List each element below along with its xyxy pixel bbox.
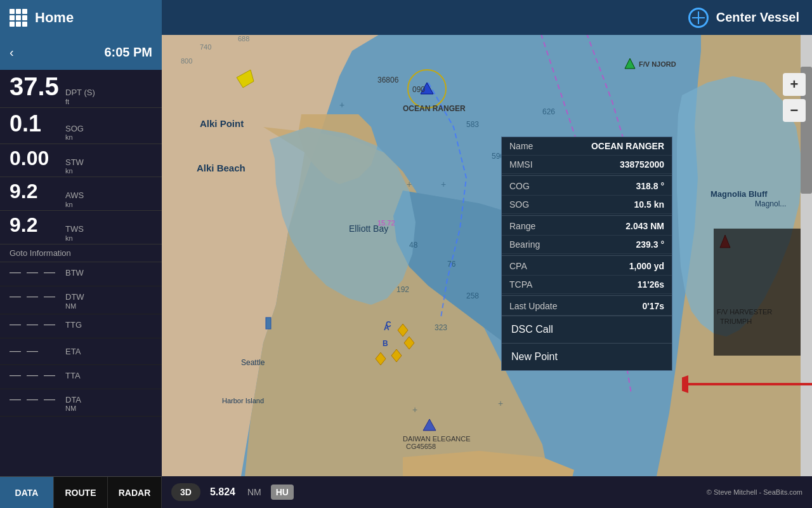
svg-text:OCEAN RANGER: OCEAN RANGER — [403, 104, 466, 113]
sidebar-header: ‹ 6:05 PM — [0, 35, 162, 70]
svg-text:CG45658: CG45658 — [406, 443, 436, 450]
zoom-out-button[interactable]: − — [783, 99, 806, 122]
popup-bearing-label: Bearing — [509, 239, 540, 250]
dpt-label: DPT (S) ft — [65, 88, 95, 106]
popup-divider-4 — [502, 295, 672, 296]
zoom-controls: + − — [783, 73, 806, 122]
map-area[interactable]: 583 596 626 560 596 48 76 258 323 192 Al… — [162, 0, 812, 508]
btw-row: — — — BTW — [0, 262, 162, 286]
target-icon — [688, 8, 709, 28]
tab-radar[interactable]: RADAR — [108, 477, 162, 508]
tab-data[interactable]: DATA — [0, 477, 54, 508]
popup-name-row: Name OCEAN RANGER — [502, 137, 672, 156]
sidebar: ‹ 6:05 PM 37.5 DPT (S) ft 0.1 SOG kn 0.0… — [0, 0, 162, 508]
dsc-call-button[interactable]: DSC Call — [502, 316, 672, 343]
svg-text:DAIWAN ELEGANCE: DAIWAN ELEGANCE — [403, 435, 471, 443]
popup-bearing-value: 239.3 ° — [636, 239, 664, 250]
dtw-row: — — — DTWNM — [0, 286, 162, 314]
popup-tcpa-label: TCPA — [509, 279, 532, 290]
tab-route[interactable]: ROUTE — [54, 477, 108, 508]
tws-row: 9.2 TWS kn — [0, 211, 162, 244]
popup-range-label: Range — [509, 221, 535, 231]
center-vessel-label: Center Vessel — [716, 10, 799, 25]
hu-badge: HU — [271, 485, 294, 500]
svg-text:15.72: 15.72 — [377, 219, 395, 227]
svg-text:192: 192 — [396, 285, 409, 294]
svg-text:740: 740 — [200, 43, 211, 51]
back-arrow[interactable]: ‹ — [10, 45, 14, 60]
tta-label: TTA — [65, 371, 81, 381]
popup-divider-1 — [502, 175, 672, 176]
aws-label: AWS kn — [65, 190, 84, 209]
scale-value: 5.824 — [210, 486, 235, 498]
dta-label: DTANM — [65, 395, 81, 413]
dtw-dashes: — — — — [10, 290, 60, 303]
stw-value: 0.00 — [10, 147, 60, 170]
svg-text:+: + — [498, 398, 503, 408]
svg-text:+: + — [339, 100, 344, 110]
svg-text:Alki Point: Alki Point — [200, 118, 244, 129]
new-point-button[interactable]: New Point — [502, 343, 672, 370]
popup-name-label: Name — [509, 141, 533, 151]
tta-dashes: — — — — [10, 368, 60, 382]
aws-row: 9.2 AWS kn — [0, 177, 162, 211]
popup-bearing-row: Bearing 239.3 ° — [502, 236, 672, 254]
stw-label: STW kn — [65, 157, 84, 176]
sidebar-time: 6:05 PM — [104, 45, 152, 60]
ttg-dashes: — — — — [10, 318, 60, 331]
bottom-bar: 3D 5.824 NM HU © Steve Mitchell - SeaBit… — [162, 476, 812, 508]
btw-label: BTW — [65, 268, 84, 278]
tws-value: 9.2 — [10, 213, 60, 237]
top-bar: Home Center Vessel — [0, 0, 812, 35]
svg-text:323: 323 — [435, 323, 447, 332]
popup-cpa-value: 1,000 yd — [629, 261, 664, 271]
goto-info: Goto Information — [0, 244, 162, 262]
svg-text:+: + — [407, 179, 412, 189]
center-vessel-button[interactable]: Center Vessel — [162, 0, 812, 35]
dta-dashes: — — — — [10, 392, 60, 406]
svg-text:Magnolia Bluff: Magnolia Bluff — [710, 189, 768, 199]
dtw-label: DTWNM — [65, 292, 84, 311]
popup-mmsi-label: MMSI — [509, 159, 533, 170]
grid-icon — [10, 9, 27, 27]
home-title: Home — [35, 10, 74, 26]
svg-text:626: 626 — [542, 107, 555, 116]
svg-text:+: + — [412, 404, 417, 415]
svg-text:Seattle: Seattle — [241, 358, 265, 367]
view-3d-button[interactable]: 3D — [171, 483, 200, 501]
svg-text:F/V NJORD: F/V NJORD — [639, 60, 676, 68]
ttg-label: TTG — [65, 320, 82, 330]
svg-text:Alki Beach: Alki Beach — [197, 163, 246, 173]
home-section[interactable]: Home — [0, 0, 162, 35]
svg-rect-41 — [714, 229, 812, 356]
zoom-in-button[interactable]: + — [783, 73, 806, 96]
copyright-text: © Steve Mitchell - SeaBits.com — [707, 488, 802, 496]
popup-cpa-label: CPA — [509, 261, 527, 271]
tws-label: TWS kn — [65, 224, 84, 243]
popup-divider-3 — [502, 255, 672, 256]
stw-row: 0.00 STW kn — [0, 144, 162, 178]
eta-row: — — ETA — [0, 341, 162, 365]
svg-text:688: 688 — [238, 35, 249, 43]
popup-sog-row: SOG 10.5 kn — [502, 196, 672, 214]
popup-cpa-row: CPA 1,000 yd — [502, 257, 672, 276]
popup-tcpa-row: TCPA 11'26s — [502, 276, 672, 294]
popup-sog-value: 10.5 kn — [634, 199, 664, 210]
eta-label: ETA — [65, 347, 81, 357]
dpt-row: 37.5 DPT (S) ft — [0, 70, 162, 108]
svg-text:+: + — [441, 179, 446, 189]
svg-text:583: 583 — [466, 120, 479, 129]
aws-value: 9.2 — [10, 180, 60, 203]
sog-row: 0.1 SOG kn — [0, 108, 162, 144]
sog-value: 0.1 — [10, 110, 60, 137]
popup-mmsi-value: 338752000 — [620, 159, 664, 170]
popup-range-row: Range 2.043 NM — [502, 217, 672, 236]
popup-cog-row: COG 318.8 ° — [502, 177, 672, 196]
sog-label: SOG kn — [65, 124, 84, 142]
svg-text:Magnol...: Magnol... — [755, 199, 786, 208]
popup-divider-2 — [502, 215, 672, 216]
btw-dashes: — — — — [10, 265, 60, 279]
popup-sog-label: SOG — [509, 199, 529, 210]
popup-cog-value: 318.8 ° — [636, 181, 664, 191]
popup-cog-label: COG — [509, 181, 530, 191]
